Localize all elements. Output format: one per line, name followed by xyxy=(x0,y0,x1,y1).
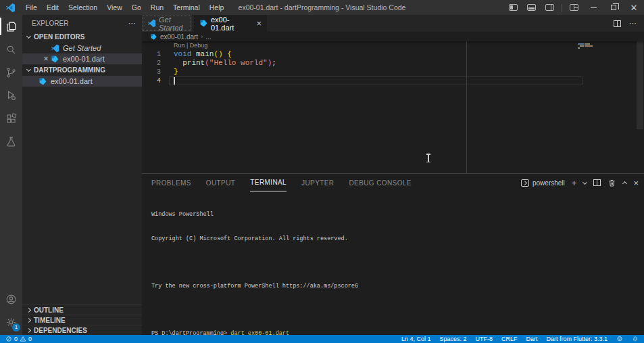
open-editor-ex00-01[interactable]: × ex00-01.dart xyxy=(22,53,142,64)
new-terminal-icon[interactable]: + xyxy=(572,179,577,187)
editor-scrollbar[interactable] xyxy=(636,41,644,173)
menu-edit[interactable]: Edit xyxy=(42,0,64,15)
current-line-highlight xyxy=(169,76,583,85)
editor-tab-bar: Get Started ex00-01.dart × ⋯ xyxy=(142,15,644,32)
explorer-more-actions-icon[interactable]: ⋯ xyxy=(128,19,137,28)
indentation[interactable]: Spaces: 2 xyxy=(439,336,466,342)
problems-status[interactable]: 0 0 xyxy=(5,336,32,342)
menu-selection[interactable]: Selection xyxy=(64,0,102,15)
explorer-sidebar: EXPLORER ⋯ OPEN EDITORS Get Started × ex… xyxy=(22,15,142,335)
menu-run[interactable]: Run xyxy=(146,0,168,15)
errors-icon xyxy=(5,336,12,342)
tab-terminal[interactable]: TERMINAL xyxy=(250,174,287,191)
terminal-line: Copyright (C) Microsoft Corporation. All… xyxy=(151,235,644,244)
chevron-down-icon xyxy=(26,67,31,72)
open-editor-get-started[interactable]: Get Started xyxy=(22,43,142,53)
scrollbar-slider[interactable] xyxy=(637,41,643,129)
bottom-panel: PROBLEMS OUTPUT TERMINAL JUPYTER DEBUG C… xyxy=(142,173,644,335)
breadcrumb[interactable]: ex00-01.dart › ... xyxy=(142,32,644,41)
editor-group: Get Started ex00-01.dart × ⋯ ex00-01.dar… xyxy=(142,15,644,173)
tab-output[interactable]: OUTPUT xyxy=(206,174,236,191)
mouse-ibeam-cursor xyxy=(428,154,429,162)
menu-go[interactable]: Go xyxy=(127,0,146,15)
menu-file[interactable]: File xyxy=(21,0,42,15)
section-timeline[interactable]: TIMELINE xyxy=(22,315,142,325)
account-button[interactable] xyxy=(0,288,22,311)
language-mode[interactable]: Dart xyxy=(526,336,537,342)
notifications-button[interactable] xyxy=(632,336,639,342)
tab-debug-console[interactable]: DEBUG CONSOLE xyxy=(349,174,411,191)
sidebar-item-run-debug[interactable] xyxy=(0,84,22,107)
dart-file-icon xyxy=(51,55,59,64)
sidebar-item-explorer[interactable] xyxy=(0,15,22,38)
section-dependencies[interactable]: DEPENDENCIES xyxy=(22,325,142,335)
breadcrumb-separator-icon: › xyxy=(201,33,203,40)
tab-jupyter[interactable]: JUPYTER xyxy=(301,174,334,191)
codelens-run-debug[interactable]: Run | Debug xyxy=(174,41,207,50)
extensions-icon xyxy=(5,112,18,125)
tab-ex00-01-dart[interactable]: ex00-01.dart × xyxy=(194,15,267,32)
vscode-icon xyxy=(51,44,59,53)
sidebar-item-source-control[interactable] xyxy=(0,61,22,84)
code-line-1: 1 void main() { xyxy=(142,50,644,59)
split-editor-icon[interactable] xyxy=(614,20,621,27)
sidebar-item-extensions[interactable] xyxy=(0,107,22,130)
section-open-editors[interactable]: OPEN EDITORS xyxy=(22,31,142,43)
code-line-3: 3 } xyxy=(142,68,644,76)
minimize-button[interactable] xyxy=(583,0,603,15)
code-line-2: 2 print("Hello world"); xyxy=(142,59,644,68)
editor-ruler xyxy=(466,41,467,173)
toggle-panel-icon[interactable] xyxy=(527,4,536,11)
feedback-button[interactable] xyxy=(616,336,623,342)
minimap[interactable] xyxy=(574,41,636,173)
section-folder-root[interactable]: DARTPROGRAMMING xyxy=(22,64,142,76)
close-button[interactable]: ✕ xyxy=(624,0,644,15)
menu-view[interactable]: View xyxy=(102,0,127,15)
feedback-icon xyxy=(616,336,623,342)
close-panel-icon[interactable]: × xyxy=(633,179,639,187)
panel-header: PROBLEMS OUTPUT TERMINAL JUPYTER DEBUG C… xyxy=(142,174,644,191)
terminal-line: Try the new cross-platform PowerShell ht… xyxy=(151,283,644,291)
text-caret xyxy=(174,77,175,85)
warnings-icon xyxy=(20,336,26,342)
toggle-secondary-sidebar-icon[interactable] xyxy=(545,4,554,11)
cursor-position[interactable]: Ln 4, Col 1 xyxy=(401,336,431,342)
menu-help[interactable]: Help xyxy=(205,0,229,15)
encoding[interactable]: UTF-8 xyxy=(475,336,493,342)
file-ex00-01-dart[interactable]: ex00-01.dart xyxy=(22,76,142,87)
kill-terminal-icon[interactable] xyxy=(608,179,616,187)
dart-sdk-version[interactable]: Dart from Flutter: 3.3.1 xyxy=(546,336,608,342)
terminal-output[interactable]: Windows PowerShell Copyright (C) Microso… xyxy=(142,191,644,343)
customize-layout-icon[interactable] xyxy=(570,4,578,11)
close-editor-icon[interactable]: × xyxy=(41,54,51,64)
sidebar-item-testing[interactable] xyxy=(0,130,22,153)
code-editor[interactable]: Run | Debug 1 void main() { 2 print("Hel… xyxy=(142,41,644,173)
tab-problems[interactable]: PROBLEMS xyxy=(151,174,191,191)
editor-more-actions-icon[interactable]: ⋯ xyxy=(629,19,637,28)
settings-badge: 1 xyxy=(12,323,20,331)
explorer-icon xyxy=(5,20,18,33)
sidebar-item-search[interactable] xyxy=(0,38,22,61)
dart-file-icon xyxy=(39,77,47,86)
close-icon: ✕ xyxy=(630,3,638,12)
minimize-icon xyxy=(591,7,597,8)
menu-terminal[interactable]: Terminal xyxy=(168,0,205,15)
shell-selector[interactable]: powershell xyxy=(521,179,565,187)
section-outline[interactable]: OUTLINE xyxy=(22,304,142,315)
chevron-right-icon xyxy=(26,307,31,312)
maximize-panel-icon[interactable] xyxy=(622,181,627,186)
restore-button[interactable] xyxy=(603,0,624,15)
tab-get-started[interactable]: Get Started xyxy=(142,15,192,32)
vscode-logo xyxy=(5,3,16,13)
toggle-sidebar-icon[interactable] xyxy=(509,4,518,11)
testing-icon xyxy=(5,135,18,148)
terminal-dropdown-icon[interactable] xyxy=(583,179,587,184)
terminal-line: Windows PowerShell xyxy=(151,211,644,219)
eol-sequence[interactable]: CRLF xyxy=(501,336,518,342)
settings-button[interactable]: 1 xyxy=(0,311,22,334)
split-terminal-icon[interactable] xyxy=(593,179,601,186)
status-bar: 0 0 Ln 4, Col 1 Spaces: 2 UTF-8 CRLF Dar… xyxy=(0,335,644,343)
run-debug-icon xyxy=(5,89,18,102)
close-tab-icon[interactable]: × xyxy=(256,19,262,28)
terminal-icon xyxy=(521,179,529,187)
